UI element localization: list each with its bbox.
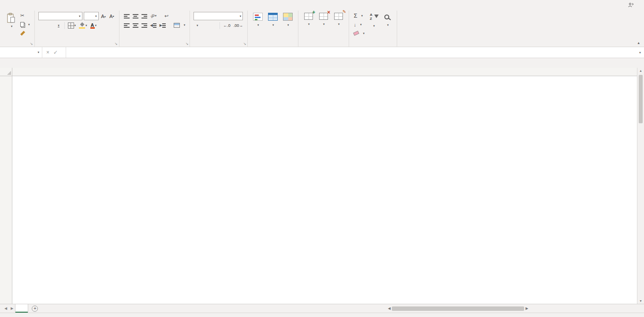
cell-styles-button[interactable]: ▾: [281, 12, 294, 29]
increase-decimal-button[interactable]: ←.0: [222, 22, 231, 29]
divider: [220, 22, 220, 29]
orientation-icon: ab: [149, 13, 156, 19]
insert-cells-icon: [304, 13, 313, 20]
format-painter-icon: [20, 31, 25, 36]
ribbon-group-font: ▾ ▾ A▴ A▾ ▾ ▾ ▾ A▾ ↘: [35, 11, 119, 47]
decrease-decimal-button[interactable]: .00→: [233, 22, 244, 29]
font-size-select[interactable]: ▾: [84, 12, 99, 20]
number-format-select[interactable]: ▾: [194, 12, 243, 20]
align-top-button[interactable]: [123, 12, 130, 20]
orientation-button[interactable]: ab▾: [149, 12, 158, 20]
clipboard-dialog-launcher-icon[interactable]: ↘: [30, 42, 33, 46]
cancel-icon[interactable]: ×: [46, 49, 49, 55]
align-middle-button[interactable]: [132, 12, 139, 20]
formula-bar-expand-icon[interactable]: ▾: [636, 47, 644, 58]
alignment-dialog-launcher-icon[interactable]: ↘: [186, 42, 189, 46]
conditional-formatting-button[interactable]: ▾: [251, 12, 264, 29]
name-box[interactable]: ▾: [0, 47, 42, 58]
sheet-nav-right-icon[interactable]: ▶: [9, 306, 15, 310]
align-right-icon: [141, 23, 147, 28]
align-middle-icon: [133, 14, 138, 18]
merge-center-icon: [174, 23, 180, 28]
autosum-button[interactable]: Σ▾: [353, 12, 365, 19]
sheet-tab-bar: ◀ ▶ + ◀ ▶: [0, 304, 644, 313]
funnel-icon: [374, 15, 379, 18]
wrap-text-icon: ↩: [164, 13, 168, 19]
enter-icon[interactable]: ✓: [53, 49, 58, 55]
paste-button[interactable]: ▾: [4, 12, 18, 29]
fill-button[interactable]: ↓▾: [353, 21, 365, 28]
font-color-icon: A: [90, 23, 95, 29]
magnifier-icon: [384, 15, 389, 19]
vertical-scroll-thumb[interactable]: [639, 75, 643, 123]
italic-button[interactable]: [47, 22, 54, 29]
align-left-button[interactable]: [123, 21, 130, 29]
horizontal-scrollbar[interactable]: ◀ ▶: [388, 305, 637, 312]
format-as-table-button[interactable]: ▾: [266, 12, 279, 29]
align-right-button[interactable]: [141, 21, 148, 29]
ribbon-group-editing: Σ▾ ↓▾ ▾ AZ ▾ ▾: [349, 11, 397, 47]
autosum-icon: Σ: [354, 12, 357, 19]
divider: [64, 22, 65, 29]
font-dialog-launcher-icon[interactable]: ↘: [115, 42, 118, 46]
ribbon-group-alignment: ab▾ ↩ ◀ ▶ ▾ ↘: [119, 11, 190, 47]
clear-button[interactable]: ▾: [353, 29, 365, 37]
scroll-up-icon[interactable]: ▲: [639, 69, 642, 72]
sheet-nav-left-icon[interactable]: ◀: [3, 306, 9, 310]
grid-area[interactable]: [12, 76, 637, 304]
fill-color-icon: [79, 23, 85, 29]
ribbon: ▾ ✂ ▾ ↘ ▾ ▾ A▴ A▾ ▾: [0, 10, 644, 47]
decrease-font-button[interactable]: A▾: [108, 12, 115, 20]
format-cells-button[interactable]: ▾: [332, 12, 345, 27]
scroll-left-icon[interactable]: ◀: [388, 306, 391, 310]
align-bottom-icon: [141, 14, 147, 18]
decrease-indent-button[interactable]: ◀: [149, 21, 157, 29]
horizontal-scroll-thumb[interactable]: [392, 306, 524, 311]
share-icon: [628, 2, 634, 8]
clipboard-icon: [7, 13, 15, 23]
copy-button[interactable]: ▾: [19, 21, 31, 28]
conditional-formatting-icon: [253, 13, 263, 21]
scroll-right-icon[interactable]: ▶: [525, 306, 528, 310]
indent-lines-icon: [162, 23, 166, 28]
excel-app: ▾ ✂ ▾ ↘ ▾ ▾ A▴ A▾ ▾: [0, 0, 644, 317]
scissors-icon: ✂: [20, 13, 24, 18]
format-painter-button[interactable]: [19, 29, 31, 37]
wrap-text-button[interactable]: ↩: [164, 12, 171, 20]
align-bottom-button[interactable]: [141, 12, 148, 20]
new-sheet-button[interactable]: +: [32, 306, 38, 312]
formula-bar: ▾ × ✓ ▾: [0, 47, 644, 58]
insert-cells-button[interactable]: ▾: [302, 12, 315, 27]
select-all-corner[interactable]: [0, 68, 12, 76]
number-dialog-launcher-icon[interactable]: ↘: [243, 42, 246, 46]
find-select-button[interactable]: ▾: [382, 12, 393, 29]
increase-font-button[interactable]: A▴: [100, 12, 107, 20]
font-color-button[interactable]: A▾: [89, 22, 97, 29]
borders-button[interactable]: ▾: [67, 22, 77, 29]
currency-button[interactable]: ▾: [194, 22, 201, 29]
formula-input[interactable]: [66, 47, 636, 58]
row-headers: [0, 76, 12, 304]
bold-button[interactable]: [38, 22, 45, 29]
comma-style-button[interactable]: [210, 22, 217, 29]
fill-color-button[interactable]: ▾: [78, 22, 88, 29]
format-as-table-icon: [268, 13, 278, 21]
ribbon-group-clipboard: ▾ ✂ ▾ ↘: [1, 11, 35, 47]
collapse-ribbon-icon[interactable]: ▴: [637, 41, 640, 45]
merge-center-button[interactable]: ▾: [173, 22, 186, 29]
sheet-tab-base[interactable]: [15, 304, 28, 313]
ribbon-tabs-bar: [0, 0, 644, 10]
ribbon-group-number: ▾ ▾ ←.0 .00→ ↘: [190, 11, 248, 47]
increase-indent-button[interactable]: ▶: [159, 21, 167, 29]
underline-button[interactable]: ▾: [55, 22, 62, 29]
scroll-down-icon[interactable]: ▼: [639, 299, 642, 302]
share-button[interactable]: [625, 1, 640, 9]
cut-button[interactable]: ✂: [19, 12, 31, 19]
format-cells-icon: [334, 13, 343, 20]
align-center-button[interactable]: [132, 21, 139, 29]
delete-cells-button[interactable]: ▾: [317, 12, 330, 27]
font-family-select[interactable]: ▾: [38, 12, 82, 20]
vertical-scrollbar[interactable]: ▲ ▼: [637, 68, 644, 304]
sort-filter-button[interactable]: AZ ▾: [367, 12, 380, 29]
percent-button[interactable]: [202, 22, 209, 29]
